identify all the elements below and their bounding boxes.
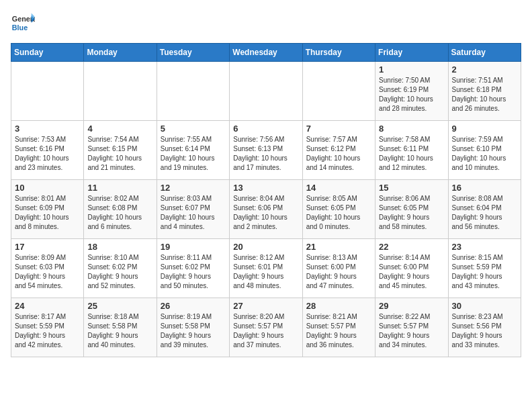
- calendar-cell: 29Sunrise: 8:22 AM Sunset: 5:57 PM Dayli…: [375, 298, 448, 357]
- day-number: 26: [161, 301, 226, 311]
- day-info: Sunrise: 8:22 AM Sunset: 5:57 PM Dayligh…: [379, 312, 444, 350]
- day-info: Sunrise: 8:20 AM Sunset: 5:57 PM Dayligh…: [233, 312, 298, 350]
- day-number: 7: [306, 124, 371, 134]
- calendar-cell: 18Sunrise: 8:10 AM Sunset: 6:02 PM Dayli…: [84, 239, 157, 298]
- calendar-cell: 22Sunrise: 8:14 AM Sunset: 6:00 PM Dayli…: [375, 239, 448, 298]
- calendar-cell: 3Sunrise: 7:53 AM Sunset: 6:16 PM Daylig…: [11, 121, 84, 180]
- calendar-cell: 17Sunrise: 8:09 AM Sunset: 6:03 PM Dayli…: [11, 239, 84, 298]
- day-number: 11: [87, 183, 152, 193]
- day-number: 19: [161, 242, 226, 252]
- day-number: 22: [379, 242, 444, 252]
- day-number: 27: [233, 301, 298, 311]
- calendar-cell: 7Sunrise: 7:57 AM Sunset: 6:12 PM Daylig…: [302, 121, 375, 180]
- calendar-cell: 14Sunrise: 8:05 AM Sunset: 6:05 PM Dayli…: [302, 180, 375, 239]
- day-number: 24: [15, 301, 80, 311]
- calendar-cell: [157, 62, 229, 121]
- day-number: 14: [306, 183, 371, 193]
- day-number: 21: [306, 242, 371, 252]
- day-number: 1: [379, 64, 444, 75]
- day-info: Sunrise: 7:56 AM Sunset: 6:13 PM Dayligh…: [233, 135, 298, 173]
- day-info: Sunrise: 8:17 AM Sunset: 5:59 PM Dayligh…: [15, 312, 80, 350]
- day-info: Sunrise: 8:03 AM Sunset: 6:07 PM Dayligh…: [161, 194, 226, 232]
- calendar-cell: 25Sunrise: 8:18 AM Sunset: 5:58 PM Dayli…: [84, 298, 157, 357]
- calendar-cell: 21Sunrise: 8:13 AM Sunset: 6:00 PM Dayli…: [302, 239, 375, 298]
- day-info: Sunrise: 7:54 AM Sunset: 6:15 PM Dayligh…: [87, 135, 152, 173]
- day-number: 23: [452, 242, 517, 252]
- day-info: Sunrise: 8:09 AM Sunset: 6:03 PM Dayligh…: [15, 253, 80, 291]
- calendar-cell: [230, 62, 302, 121]
- calendar-cell: 2Sunrise: 7:51 AM Sunset: 6:18 PM Daylig…: [448, 62, 521, 121]
- weekday-header-thursday: Thursday: [302, 44, 375, 62]
- calendar-cell: [84, 62, 157, 121]
- week-row-1: 1Sunrise: 7:50 AM Sunset: 6:19 PM Daylig…: [11, 62, 521, 121]
- weekday-header-wednesday: Wednesday: [230, 44, 302, 62]
- calendar-cell: 23Sunrise: 8:15 AM Sunset: 5:59 PM Dayli…: [448, 239, 521, 298]
- weekday-header-sunday: Sunday: [11, 44, 84, 62]
- day-number: 4: [87, 124, 152, 134]
- day-number: 18: [87, 242, 152, 252]
- calendar-cell: 20Sunrise: 8:12 AM Sunset: 6:01 PM Dayli…: [230, 239, 302, 298]
- day-number: 30: [452, 301, 517, 311]
- day-info: Sunrise: 8:02 AM Sunset: 6:08 PM Dayligh…: [87, 194, 152, 232]
- calendar-cell: 8Sunrise: 7:58 AM Sunset: 6:11 PM Daylig…: [375, 121, 448, 180]
- calendar-cell: 10Sunrise: 8:01 AM Sunset: 6:09 PM Dayli…: [11, 180, 84, 239]
- calendar-cell: 1Sunrise: 7:50 AM Sunset: 6:19 PM Daylig…: [375, 62, 448, 121]
- day-info: Sunrise: 8:23 AM Sunset: 5:56 PM Dayligh…: [452, 312, 517, 350]
- logo-icon: General Blue: [11, 11, 35, 35]
- day-number: 2: [452, 64, 517, 75]
- day-info: Sunrise: 8:08 AM Sunset: 6:04 PM Dayligh…: [452, 194, 517, 232]
- weekday-header-friday: Friday: [375, 44, 448, 62]
- logo: General Blue: [11, 11, 35, 35]
- day-info: Sunrise: 8:18 AM Sunset: 5:58 PM Dayligh…: [87, 312, 152, 350]
- day-number: 5: [161, 124, 226, 134]
- day-info: Sunrise: 8:19 AM Sunset: 5:58 PM Dayligh…: [161, 312, 226, 350]
- week-row-2: 3Sunrise: 7:53 AM Sunset: 6:16 PM Daylig…: [11, 121, 521, 180]
- day-info: Sunrise: 8:12 AM Sunset: 6:01 PM Dayligh…: [233, 253, 298, 291]
- calendar-cell: 13Sunrise: 8:04 AM Sunset: 6:06 PM Dayli…: [230, 180, 302, 239]
- day-number: 13: [233, 183, 298, 193]
- day-info: Sunrise: 7:55 AM Sunset: 6:14 PM Dayligh…: [161, 135, 226, 173]
- calendar-cell: 26Sunrise: 8:19 AM Sunset: 5:58 PM Dayli…: [157, 298, 229, 357]
- day-number: 15: [379, 183, 444, 193]
- day-info: Sunrise: 8:01 AM Sunset: 6:09 PM Dayligh…: [15, 194, 80, 232]
- weekday-header-row: SundayMondayTuesdayWednesdayThursdayFrid…: [11, 44, 521, 62]
- svg-text:Blue: Blue: [12, 24, 28, 32]
- weekday-header-saturday: Saturday: [448, 44, 521, 62]
- calendar-cell: 16Sunrise: 8:08 AM Sunset: 6:04 PM Dayli…: [448, 180, 521, 239]
- day-number: 16: [452, 183, 517, 193]
- calendar-cell: 24Sunrise: 8:17 AM Sunset: 5:59 PM Dayli…: [11, 298, 84, 357]
- day-number: 3: [15, 124, 80, 134]
- day-info: Sunrise: 7:53 AM Sunset: 6:16 PM Dayligh…: [15, 135, 80, 173]
- calendar-cell: 27Sunrise: 8:20 AM Sunset: 5:57 PM Dayli…: [230, 298, 302, 357]
- calendar-cell: 19Sunrise: 8:11 AM Sunset: 6:02 PM Dayli…: [157, 239, 229, 298]
- day-number: 12: [161, 183, 226, 193]
- week-row-3: 10Sunrise: 8:01 AM Sunset: 6:09 PM Dayli…: [11, 180, 521, 239]
- calendar-cell: 12Sunrise: 8:03 AM Sunset: 6:07 PM Dayli…: [157, 180, 229, 239]
- day-info: Sunrise: 7:50 AM Sunset: 6:19 PM Dayligh…: [379, 76, 444, 113]
- day-info: Sunrise: 8:15 AM Sunset: 5:59 PM Dayligh…: [452, 253, 517, 291]
- day-info: Sunrise: 7:59 AM Sunset: 6:10 PM Dayligh…: [452, 135, 517, 173]
- page-header: General Blue: [11, 11, 521, 35]
- day-number: 6: [233, 124, 298, 134]
- calendar-cell: 11Sunrise: 8:02 AM Sunset: 6:08 PM Dayli…: [84, 180, 157, 239]
- calendar-cell: [11, 62, 84, 121]
- calendar-cell: 28Sunrise: 8:21 AM Sunset: 5:57 PM Dayli…: [302, 298, 375, 357]
- weekday-header-tuesday: Tuesday: [157, 44, 229, 62]
- calendar-cell: 30Sunrise: 8:23 AM Sunset: 5:56 PM Dayli…: [448, 298, 521, 357]
- day-info: Sunrise: 8:06 AM Sunset: 6:05 PM Dayligh…: [379, 194, 444, 232]
- day-number: 8: [379, 124, 444, 134]
- day-info: Sunrise: 8:04 AM Sunset: 6:06 PM Dayligh…: [233, 194, 298, 232]
- day-info: Sunrise: 8:05 AM Sunset: 6:05 PM Dayligh…: [306, 194, 371, 232]
- day-number: 29: [379, 301, 444, 311]
- day-number: 28: [306, 301, 371, 311]
- calendar-cell: 15Sunrise: 8:06 AM Sunset: 6:05 PM Dayli…: [375, 180, 448, 239]
- day-number: 10: [15, 183, 80, 193]
- calendar-cell: 6Sunrise: 7:56 AM Sunset: 6:13 PM Daylig…: [230, 121, 302, 180]
- calendar-table: SundayMondayTuesdayWednesdayThursdayFrid…: [11, 43, 521, 357]
- weekday-header-monday: Monday: [84, 44, 157, 62]
- week-row-5: 24Sunrise: 8:17 AM Sunset: 5:59 PM Dayli…: [11, 298, 521, 357]
- calendar-cell: 5Sunrise: 7:55 AM Sunset: 6:14 PM Daylig…: [157, 121, 229, 180]
- day-info: Sunrise: 8:10 AM Sunset: 6:02 PM Dayligh…: [87, 253, 152, 291]
- day-info: Sunrise: 8:11 AM Sunset: 6:02 PM Dayligh…: [161, 253, 226, 291]
- day-info: Sunrise: 7:51 AM Sunset: 6:18 PM Dayligh…: [452, 76, 517, 113]
